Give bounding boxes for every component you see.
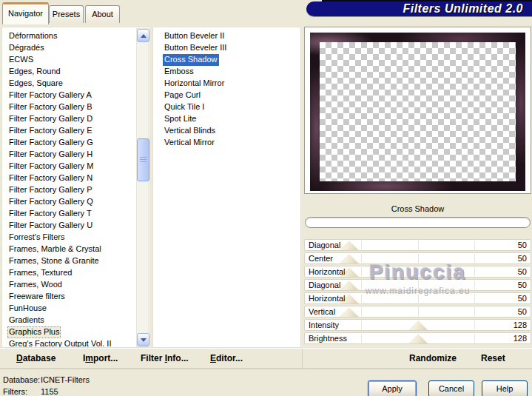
slider-value: 128 — [514, 320, 527, 330]
category-list-item[interactable]: Greg's Factory Output Vol. II — [2, 338, 149, 348]
category-list-item[interactable]: Edges, Square — [2, 77, 149, 89]
category-list-item-label: Graphics Plus — [7, 326, 61, 338]
scrollbar-thumb[interactable] — [137, 138, 149, 181]
cancel-button[interactable]: Cancel — [428, 380, 474, 396]
slider-tick — [418, 254, 419, 263]
category-list-item[interactable]: Gradients — [2, 314, 149, 326]
category-list-item[interactable]: ECWS — [2, 53, 149, 65]
category-list-item-label: Filter Factory Gallery G — [7, 137, 95, 149]
filter-list-item-label: Emboss — [163, 66, 195, 78]
category-list-item[interactable]: Déformations — [2, 30, 149, 41]
slider-thumb[interactable] — [340, 241, 359, 250]
slider-tick — [418, 307, 419, 316]
category-list-item[interactable]: Forrest's Filters — [2, 231, 149, 243]
slider-tick — [418, 281, 419, 289]
category-list-item-label: Edges, Square — [7, 78, 64, 90]
filter-list[interactable]: Button Beveler II Button Beveler III Cro… — [152, 27, 301, 348]
category-list[interactable]: Déformations Dégradés ECWS Edges, Round … — [1, 27, 150, 348]
filter-list-item[interactable]: Page Curl — [153, 89, 300, 101]
progress-bar — [305, 217, 531, 228]
filter-list-item[interactable]: Vertical Blinds — [153, 124, 300, 136]
category-list-item[interactable]: Filter Factory Gallery T — [2, 207, 149, 219]
filter-info-button[interactable]: Filter Info... — [141, 353, 189, 363]
status-filters-value: 1155 — [41, 387, 58, 396]
editor-button[interactable]: Editor... — [210, 353, 243, 363]
slider-thumb[interactable] — [340, 254, 359, 264]
category-list-item-label: ECWS — [7, 54, 35, 66]
tab-presets-label: Presets — [50, 6, 83, 22]
slider-label: Center — [309, 253, 333, 264]
category-list-item[interactable]: Filter Factory Gallery N — [2, 172, 149, 184]
category-list-item[interactable]: Filter Factory Gallery U — [2, 219, 149, 231]
slider-value: 50 — [518, 240, 527, 250]
filter-list-item[interactable]: Cross Shadow — [153, 53, 300, 65]
category-list-item[interactable]: FunHouse — [2, 302, 149, 314]
slider-thumb[interactable] — [340, 281, 359, 290]
filter-list-item[interactable]: Spot Lite — [153, 113, 300, 124]
filter-list-item[interactable]: Horizontal Mirror — [153, 77, 300, 89]
slider-row[interactable]: Horizontal 50 — [304, 292, 531, 304]
category-list-item[interactable]: Filter Factory Gallery M — [2, 160, 149, 172]
category-list-item[interactable]: Frames, Stone & Granite — [2, 255, 149, 266]
tab-presets[interactable]: Presets — [49, 5, 84, 23]
category-list-item-label: Filter Factory Gallery T — [7, 208, 93, 220]
slider-tick — [361, 241, 362, 249]
category-list-item[interactable]: Filter Factory Gallery E — [2, 124, 149, 136]
category-list-item-label: Filter Factory Gallery N — [7, 172, 94, 184]
filter-list-item[interactable]: Button Beveler III — [153, 41, 300, 53]
slider-thumb[interactable] — [340, 307, 359, 317]
category-list-item[interactable]: Freeware filters — [2, 290, 149, 302]
tab-navigator[interactable]: Navigator — [2, 2, 49, 24]
toolbar-separator — [302, 349, 303, 369]
slider-label: Brightness — [309, 333, 347, 343]
category-list-item[interactable]: Filter Factory Gallery H — [2, 148, 149, 160]
reset-button[interactable]: Reset — [481, 353, 505, 363]
filter-list-item-label: Horizontal Mirror — [163, 78, 226, 90]
status-database-value: ICNET-Filters — [41, 375, 90, 384]
database-button[interactable]: Database — [16, 353, 55, 363]
category-list-item[interactable]: Frames, Marble & Crystal — [2, 243, 149, 255]
help-button[interactable]: Help — [482, 380, 528, 396]
slider-row[interactable]: Vertical 50 — [304, 306, 531, 318]
scrollbar-down-button[interactable] — [137, 333, 149, 346]
category-list-item[interactable]: Filter Factory Gallery A — [2, 89, 149, 101]
slider-label: Intensity — [309, 320, 339, 330]
category-list-item-label: Dégradés — [7, 42, 46, 54]
category-list-item[interactable]: Edges, Round — [2, 65, 149, 77]
category-list-item[interactable]: Filter Factory Gallery Q — [2, 195, 149, 207]
slider-row[interactable]: Brightness 128 — [304, 332, 531, 344]
scrollbar-up-button[interactable] — [137, 29, 149, 42]
slider-row[interactable]: Horizontal 50 — [304, 266, 531, 278]
category-list-scrollbar[interactable] — [136, 28, 149, 347]
slider-tick — [474, 254, 475, 263]
filter-list-item[interactable]: Quick Tile I — [153, 101, 300, 113]
category-list-item[interactable]: Filter Factory Gallery P — [2, 184, 149, 195]
slider-row[interactable]: Diagonal 50 — [304, 279, 531, 291]
slider-label: Vertical — [309, 306, 335, 317]
tab-about[interactable]: About — [85, 5, 120, 23]
category-list-item[interactable]: Filter Factory Gallery G — [2, 136, 149, 148]
app-title-banner: Filters Unlimited 2.0 — [306, 1, 532, 16]
import-button[interactable]: Import... — [83, 353, 118, 363]
filter-list-item[interactable]: Vertical Mirror — [153, 136, 300, 148]
category-list-item[interactable]: Frames, Wood — [2, 278, 149, 290]
category-list-item[interactable]: Filter Factory Gallery B — [2, 101, 149, 113]
filter-list-item[interactable]: Emboss — [153, 65, 300, 77]
slider-row[interactable]: Intensity 128 — [304, 319, 531, 331]
slider-tick — [474, 267, 475, 276]
category-list-item[interactable]: Dégradés — [2, 41, 149, 53]
category-list-item[interactable]: Frames, Textured — [2, 266, 149, 278]
slider-row[interactable]: Diagonal 50 — [304, 239, 531, 251]
apply-button[interactable]: Apply — [368, 380, 417, 396]
category-list-item-label: Gradients — [7, 315, 46, 326]
slider-row[interactable]: Center 50 — [304, 252, 531, 264]
slider-thumb[interactable] — [408, 321, 428, 330]
category-list-item[interactable]: Filter Factory Gallery D — [2, 113, 149, 124]
filter-list-item[interactable]: Button Beveler II — [153, 30, 300, 41]
slider-tick — [474, 321, 475, 329]
slider-tick — [418, 294, 419, 303]
slider-value: 50 — [518, 280, 527, 290]
randomize-button[interactable]: Randomize — [409, 353, 457, 363]
slider-thumb[interactable] — [408, 334, 428, 343]
category-list-item[interactable]: Graphics Plus — [2, 326, 149, 338]
